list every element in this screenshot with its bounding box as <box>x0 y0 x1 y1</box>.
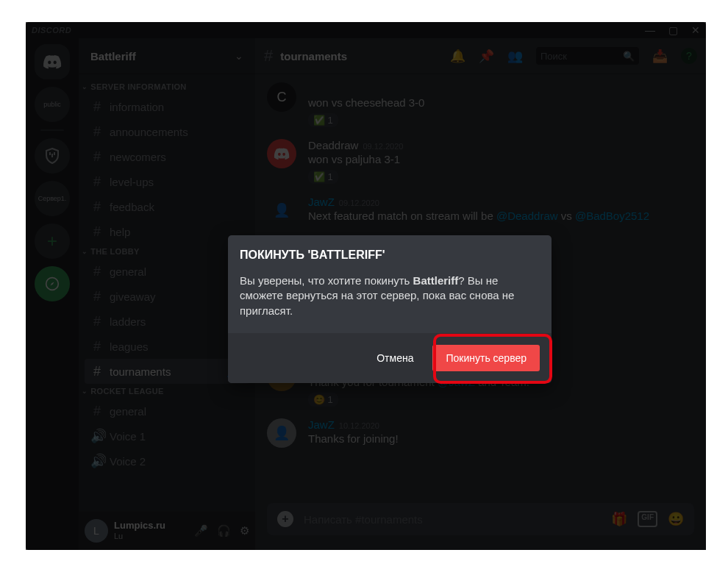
leave-server-modal: ПОКИНУТЬ 'BATTLERIFF' Вы уверены, что хо… <box>228 235 552 383</box>
modal-text: Вы уверены, что хотите покинуть Battleri… <box>240 274 540 318</box>
cancel-button[interactable]: Отмена <box>368 345 422 371</box>
leave-server-button[interactable]: Покинуть сервер <box>432 345 540 371</box>
modal-title: ПОКИНУТЬ 'BATTLERIFF' <box>240 249 540 262</box>
